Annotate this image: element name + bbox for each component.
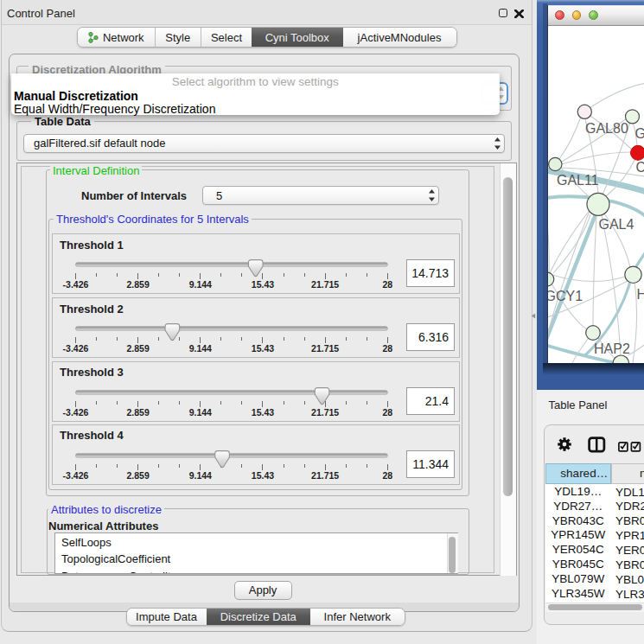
svg-text:9.144: 9.144 xyxy=(189,470,212,481)
svg-text:21.715: 21.715 xyxy=(311,407,339,418)
svg-text:15.43: 15.43 xyxy=(252,343,274,354)
svg-text:GCY1: GCY1 xyxy=(548,288,583,303)
svg-text:9.144: 9.144 xyxy=(189,343,212,354)
svg-text:2.859: 2.859 xyxy=(127,343,150,354)
svg-text:28: 28 xyxy=(382,343,392,354)
svg-text:-3.426: -3.426 xyxy=(63,470,89,481)
svg-text:CRM: CRM xyxy=(635,160,644,175)
svg-text:28: 28 xyxy=(382,470,392,481)
svg-text:GAL11: GAL11 xyxy=(557,173,599,188)
svg-text:15.43: 15.43 xyxy=(252,470,274,481)
svg-text:15.43: 15.43 xyxy=(252,407,274,418)
svg-text:21.715: 21.715 xyxy=(311,279,339,290)
svg-text:GAL7: GAL7 xyxy=(634,126,644,141)
svg-text:21.715: 21.715 xyxy=(311,470,339,481)
svg-text:-3.426: -3.426 xyxy=(63,343,89,354)
svg-text:28: 28 xyxy=(382,407,392,418)
svg-text:HAP2: HAP2 xyxy=(594,341,630,356)
svg-text:-3.426: -3.426 xyxy=(63,279,89,290)
svg-text:2.859: 2.859 xyxy=(127,279,150,290)
svg-text:21.715: 21.715 xyxy=(311,343,339,354)
svg-text:HIS: HIS xyxy=(636,286,644,301)
svg-text:-3.426: -3.426 xyxy=(63,407,89,418)
svg-text:GAL4: GAL4 xyxy=(598,217,634,232)
svg-text:9.144: 9.144 xyxy=(189,279,212,290)
svg-text:9.144: 9.144 xyxy=(189,407,212,418)
svg-text:GAL80: GAL80 xyxy=(585,121,628,136)
svg-text:2.859: 2.859 xyxy=(127,407,150,418)
svg-text:15.43: 15.43 xyxy=(252,279,274,290)
svg-text:28: 28 xyxy=(382,279,392,290)
svg-text:2.859: 2.859 xyxy=(127,470,150,481)
